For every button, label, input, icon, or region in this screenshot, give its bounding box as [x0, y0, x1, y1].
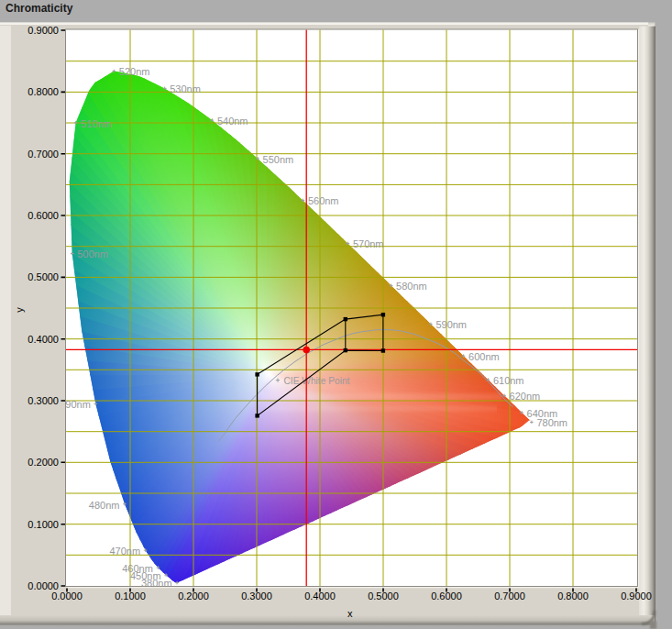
svg-text:0.4000: 0.4000 [28, 334, 59, 345]
svg-text:520nm: 520nm [119, 66, 150, 77]
svg-text:0.9000: 0.9000 [28, 25, 59, 36]
svg-text:0.6000: 0.6000 [431, 590, 462, 601]
svg-text:620nm: 620nm [510, 391, 541, 402]
svg-text:0.7000: 0.7000 [28, 149, 59, 160]
svg-text:y: y [14, 307, 25, 313]
svg-text:470nm: 470nm [109, 546, 140, 557]
svg-text:0.1000: 0.1000 [115, 590, 146, 601]
svg-text:0.3000: 0.3000 [241, 590, 272, 601]
svg-text:CIE White Point: CIE White Point [284, 376, 350, 386]
svg-text:0.3000: 0.3000 [28, 395, 59, 406]
svg-text:550nm: 550nm [263, 154, 294, 165]
svg-text:530nm: 530nm [170, 83, 201, 94]
svg-text:0.5000: 0.5000 [28, 271, 59, 282]
svg-text:0.6000: 0.6000 [28, 210, 59, 221]
svg-text:0.5000: 0.5000 [368, 590, 399, 601]
svg-text:0.4000: 0.4000 [304, 590, 336, 601]
svg-text:580nm: 580nm [396, 281, 427, 292]
svg-text:590nm: 590nm [435, 319, 467, 330]
svg-text:0.2000: 0.2000 [28, 457, 59, 468]
svg-text:780nm: 780nm [536, 417, 567, 428]
svg-text:600nm: 600nm [468, 351, 500, 362]
svg-text:610nm: 610nm [493, 375, 524, 386]
svg-text:480nm: 480nm [89, 500, 120, 511]
svg-text:0.0000: 0.0000 [28, 580, 59, 591]
svg-text:570nm: 570nm [353, 238, 384, 249]
svg-text:0.1000: 0.1000 [28, 519, 59, 530]
svg-text:0.8000: 0.8000 [28, 86, 59, 97]
svg-text:540nm: 540nm [217, 116, 248, 127]
svg-text:0.0000: 0.0000 [51, 590, 83, 601]
svg-text:0.2000: 0.2000 [178, 590, 209, 601]
svg-text:560nm: 560nm [308, 195, 339, 206]
svg-text:0.8000: 0.8000 [557, 590, 589, 601]
svg-text:x: x [347, 608, 353, 619]
svg-text:0.9000: 0.9000 [621, 590, 652, 601]
svg-text:0.7000: 0.7000 [494, 590, 525, 601]
svg-text:Chromaticity: Chromaticity [6, 2, 73, 15]
svg-text:510nm: 510nm [81, 118, 112, 129]
svg-text:500nm: 500nm [77, 248, 108, 259]
